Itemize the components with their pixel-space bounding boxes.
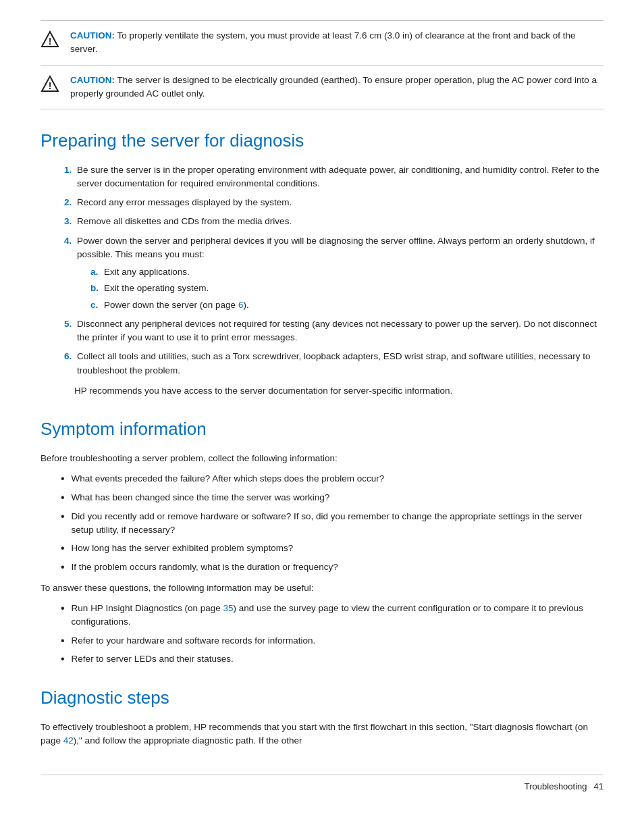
symptom-bullet-4: How long has the server exhibited proble… bbox=[61, 542, 603, 556]
symptom-outro-bullet-3-text: Refer to server LEDs and their statuses. bbox=[72, 652, 234, 666]
preparing-step-4-text: Power down the server and peripheral dev… bbox=[77, 236, 595, 259]
preparing-list: Be sure the server is in the proper oper… bbox=[74, 163, 603, 377]
sub-label-b: b. bbox=[90, 282, 100, 295]
caution-row-2: ! CAUTION: The server is designed to be … bbox=[41, 65, 603, 110]
symptom-outro-bullet-1: Run HP Insight Diagnostics (on page 35) … bbox=[61, 602, 603, 629]
diagnostic-intro: To effectively troubleshoot a problem, H… bbox=[41, 721, 603, 748]
caution-row-1: ! CAUTION: To properly ventilate the sys… bbox=[41, 20, 603, 65]
caution-text-1: CAUTION: To properly ventilate the syste… bbox=[70, 29, 603, 57]
preparing-sub-list: a. Exit any applications. b. Exit the op… bbox=[90, 265, 603, 312]
symptom-bullet-5: If the problem occurs randomly, what is … bbox=[61, 561, 603, 575]
symptom-bullets: What events preceded the failure? After … bbox=[61, 472, 603, 575]
symptom-outro-bullet-3: Refer to server LEDs and their statuses. bbox=[61, 652, 603, 667]
preparing-body: Be sure the server is in the proper oper… bbox=[41, 163, 603, 398]
diagnostic-body: To effectively troubleshoot a problem, H… bbox=[41, 721, 603, 748]
footer-label: Troubleshooting bbox=[525, 781, 587, 793]
symptom-outro: To answer these questions, the following… bbox=[41, 581, 603, 595]
preparing-sub-b: b. Exit the operating system. bbox=[90, 282, 603, 295]
preparing-sub-a: a. Exit any applications. bbox=[90, 265, 603, 279]
preparing-extra: HP recommends you have access to the ser… bbox=[74, 384, 603, 398]
sub-c-link[interactable]: 6 bbox=[238, 300, 244, 310]
symptom-bullet-3: Did you recently add or remove hardware … bbox=[61, 510, 603, 538]
sub-text-b: Exit the operating system. bbox=[104, 282, 209, 295]
page-footer: Troubleshooting 41 bbox=[41, 775, 603, 793]
diagnostic-link[interactable]: 42 bbox=[63, 735, 74, 746]
symptom-intro: Before troubleshooting a server problem,… bbox=[41, 452, 603, 465]
caution-label-1: CAUTION: bbox=[70, 30, 115, 41]
insight-link[interactable]: 35 bbox=[223, 603, 234, 613]
symptom-bullet-1: What events preceded the failure? After … bbox=[61, 472, 603, 486]
caution-body-1: To properly ventilate the system, you mu… bbox=[70, 30, 576, 54]
sub-label-c: c. bbox=[90, 298, 100, 312]
caution-icon-2: ! bbox=[41, 75, 59, 97]
caution-icon-1: ! bbox=[41, 30, 59, 53]
sub-label-a: a. bbox=[90, 265, 100, 279]
preparing-sub-c: c. Power down the server (on page 6). bbox=[90, 298, 603, 312]
svg-text:!: ! bbox=[49, 80, 52, 91]
caution-body-2: The server is designed to be electricall… bbox=[70, 75, 597, 99]
footer-page: 41 bbox=[594, 781, 603, 793]
symptom-bullet-2: What has been changed since the time the… bbox=[61, 491, 603, 505]
caution-section: ! CAUTION: To properly ventilate the sys… bbox=[41, 20, 603, 109]
sub-text-c: Power down the server (on page 6). bbox=[104, 298, 249, 312]
symptom-outro-bullets: Run HP Insight Diagnostics (on page 35) … bbox=[61, 602, 603, 667]
caution-text-2: CAUTION: The server is designed to be el… bbox=[70, 74, 603, 101]
symptom-body: Before troubleshooting a server problem,… bbox=[41, 452, 603, 667]
symptom-outro-bullet-2: Refer to your hardware and software reco… bbox=[61, 634, 603, 648]
symptom-title: Symptom information bbox=[41, 417, 603, 442]
preparing-step-5: Disconnect any peripheral devices not re… bbox=[74, 317, 603, 345]
symptom-outro-bullet-2-text: Refer to your hardware and software reco… bbox=[72, 634, 316, 648]
svg-text:!: ! bbox=[49, 36, 52, 47]
sub-text-a: Exit any applications. bbox=[104, 265, 190, 279]
symptom-outro-bullet-1-text: Run HP Insight Diagnostics (on page 35) … bbox=[72, 602, 603, 629]
preparing-step-2: Record any error messages displayed by t… bbox=[74, 196, 603, 209]
preparing-step-6: Collect all tools and utilities, such as… bbox=[74, 350, 603, 377]
preparing-step-4: Power down the server and peripheral dev… bbox=[74, 234, 603, 312]
preparing-title: Preparing the server for diagnosis bbox=[41, 128, 603, 154]
caution-label-2: CAUTION: bbox=[70, 75, 115, 85]
preparing-step-1: Be sure the server is in the proper oper… bbox=[74, 163, 603, 191]
diagnostic-title: Diagnostic steps bbox=[41, 685, 603, 711]
preparing-step-3: Remove all diskettes and CDs from the me… bbox=[74, 215, 603, 228]
